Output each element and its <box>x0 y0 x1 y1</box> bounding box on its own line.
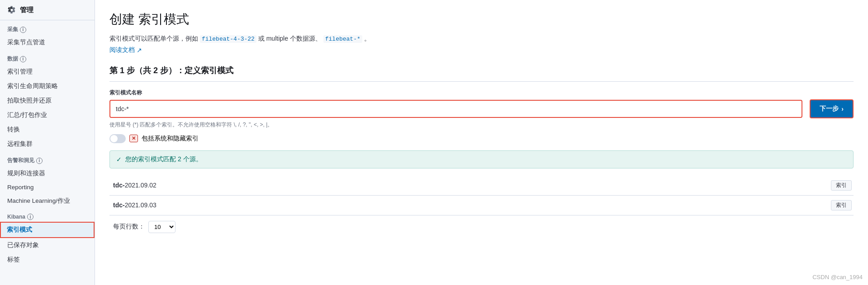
sidebar-title: 管理 <box>20 6 33 14</box>
sidebar: ⚙ 管理 采集 i 采集节点管道 数据 i 索引管理 索引生命周期策略 拍取快照… <box>0 0 95 285</box>
sidebar-item-index-patterns[interactable]: 索引模式 <box>0 222 95 238</box>
index-badge-cell: 索引 <box>605 195 854 215</box>
pagination-label: 每页行数： <box>113 223 145 231</box>
section-label-kibana: Kibana i <box>0 208 95 222</box>
toggle-system-indices[interactable] <box>109 134 126 143</box>
index-type-badge: 索引 <box>831 180 852 191</box>
info-icon-alerts: i <box>36 158 43 164</box>
sidebar-item-reporting[interactable]: Reporting <box>0 181 95 194</box>
sidebar-item-rules-connectors[interactable]: 规则和连接器 <box>0 166 95 181</box>
table-row: tdc-2021.09.03 索引 <box>109 195 854 215</box>
watermark: CSDN @can_1994 <box>812 274 863 280</box>
info-icon-data: i <box>20 56 26 62</box>
index-type-badge: 索引 <box>831 200 852 210</box>
pagination-row: 每页行数： 10 25 50 100 <box>109 215 854 238</box>
results-table: tdc-2021.09.02 索引 tdc-2021.09.03 索引 <box>109 176 854 215</box>
sidebar-item-collect-node-pipeline[interactable]: 采集节点管道 <box>0 35 95 50</box>
input-row: 下一步 › <box>109 99 854 118</box>
index-badge-cell: 索引 <box>605 176 854 196</box>
index-name-cell: tdc-2021.09.03 <box>109 195 605 215</box>
match-banner: ✓ 您的索引模式匹配 2 个源。 <box>109 150 854 168</box>
gear-icon: ⚙ <box>7 5 16 14</box>
match-text: 您的索引模式匹配 2 个源。 <box>125 155 202 164</box>
index-pattern-input[interactable] <box>109 100 802 118</box>
toggle-row: ✕ 包括系统和隐藏索引 <box>109 134 854 143</box>
sidebar-item-index-lifecycle[interactable]: 索引生命周期策略 <box>0 79 95 93</box>
sidebar-item-saved-objects[interactable]: 已保存对象 <box>0 238 95 252</box>
page-title: 创建 索引模式 <box>109 11 854 28</box>
table-row: tdc-2021.09.02 索引 <box>109 176 854 196</box>
chevron-right-icon: › <box>841 105 844 112</box>
pagination-select[interactable]: 10 25 50 100 <box>148 221 175 233</box>
check-icon: ✓ <box>116 156 122 163</box>
field-label-index-pattern: 索引模式名称 <box>109 89 854 97</box>
external-link-icon: ↗ <box>137 47 142 54</box>
step-title: 第 1 步（共 2 步）：定义索引模式 <box>109 65 854 82</box>
info-icon-collect: i <box>20 27 26 33</box>
sidebar-item-machine-learning[interactable]: Machine Learning/作业 <box>0 194 95 208</box>
toggle-label: 包括系统和隐藏索引 <box>142 135 199 143</box>
doc-link[interactable]: 阅读文档 ↗ <box>109 46 142 54</box>
sidebar-item-snapshot-restore[interactable]: 拍取快照并还原 <box>0 93 95 108</box>
next-step-button[interactable]: 下一步 › <box>810 99 854 118</box>
info-icon-kibana: i <box>27 214 33 220</box>
section-label-data: 数据 i <box>0 50 95 65</box>
sidebar-item-transforms[interactable]: 转换 <box>0 122 95 137</box>
index-name-cell: tdc-2021.09.02 <box>109 176 605 196</box>
section-label-alerts: 告警和洞见 i <box>0 151 95 166</box>
page-description: 索引模式可以匹配单个源，例如 filebeat-4-3-22 或 multipl… <box>109 33 854 44</box>
sidebar-item-tags[interactable]: 标签 <box>0 252 95 267</box>
section-label-collect: 采集 i <box>0 20 95 35</box>
sidebar-item-index-management[interactable]: 索引管理 <box>0 65 95 79</box>
toggle-x-icon: ✕ <box>129 135 138 142</box>
sidebar-item-rollup-jobs[interactable]: 汇总/打包作业 <box>0 108 95 122</box>
sidebar-item-remote-clusters[interactable]: 远程集群 <box>0 137 95 151</box>
hint-text: 使用星号 (*) 匹配多个索引。不允许使用空格和字符 \, /, ?, ", <… <box>109 121 854 129</box>
sidebar-header: ⚙ 管理 <box>0 0 95 20</box>
main-content: 创建 索引模式 索引模式可以匹配单个源，例如 filebeat-4-3-22 或… <box>95 0 868 285</box>
